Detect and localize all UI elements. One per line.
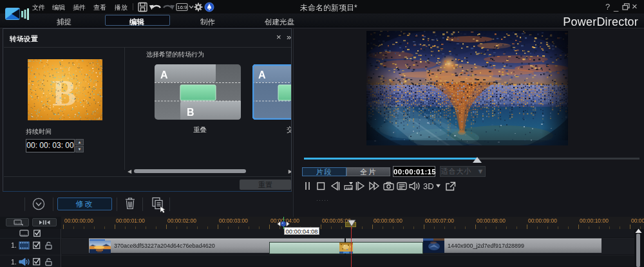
svg-text:3D: 3D: [423, 181, 434, 191]
svg-text:16:9: 16:9: [178, 5, 187, 10]
svg-text:A: A: [160, 69, 168, 80]
svg-text:B: B: [187, 107, 194, 118]
svg-text:A: A: [258, 69, 266, 80]
